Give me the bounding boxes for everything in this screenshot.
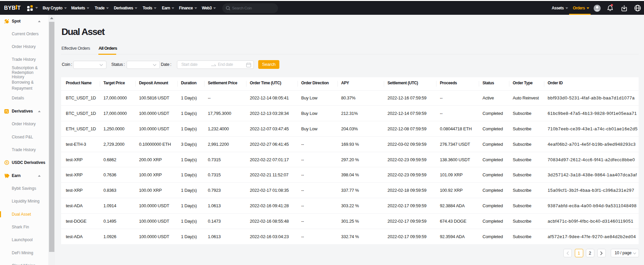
svg-text:S: S <box>6 161 8 164</box>
